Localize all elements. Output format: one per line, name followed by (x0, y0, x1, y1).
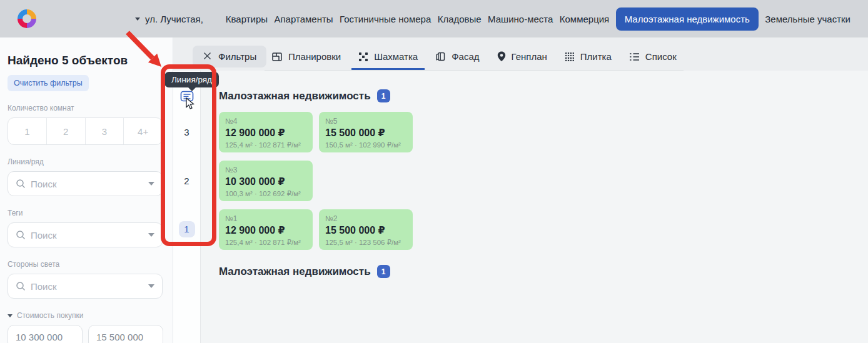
pin-icon (497, 51, 506, 62)
unit-card[interactable]: №310 300 000 ₽100,3 м² · 102 692 ₽/м² (219, 161, 313, 201)
room-option-button[interactable]: 4+ (123, 118, 162, 144)
chevron-down-icon (135, 17, 140, 21)
unit-card[interactable]: №515 500 000 ₽150,5 м² · 102 990 ₽/м² (319, 112, 413, 152)
nav-item[interactable]: Гостиничные номера (340, 14, 431, 24)
unit-number: №1 (225, 214, 306, 223)
nav-item[interactable]: Коммерция (560, 14, 609, 24)
unit-card[interactable]: №215 500 000 ₽125,5 м² · 123 506 ₽/м² (319, 209, 413, 250)
section-title: Малоэтажная недвижимость (219, 90, 371, 102)
unit-card[interactable]: №112 900 000 ₽125,4 м² · 102 871 ₽/м² (219, 209, 313, 250)
nav-item[interactable]: Апартаменты (274, 14, 333, 24)
tab-label: Плитка (580, 51, 612, 62)
filters-sidebar: Найдено 5 объектов Очистить фильтры Коли… (0, 37, 173, 343)
card-row: №112 900 000 ₽125,4 м² · 102 871 ₽/м²№21… (219, 209, 413, 250)
chessboard-content: 321 Малоэтажная недвижимость1№412 900 00… (173, 71, 868, 343)
list-icon (629, 52, 640, 61)
main-area: Фильтры ПланировкиШахматкаФасадГенпланПл… (173, 37, 868, 343)
card-row: №310 300 000 ₽100,3 м² · 102 692 ₽/м² (219, 161, 413, 201)
close-icon (203, 51, 212, 62)
select-placeholder: Поиск (31, 179, 148, 189)
chessboard-sections: Малоэтажная недвижимость1№412 900 000 ₽1… (219, 89, 413, 278)
checkerboard-icon (358, 52, 368, 62)
section-count-badge: 1 (377, 89, 390, 102)
room-option-button[interactable]: 1 (8, 118, 46, 144)
select-placeholder: Поиск (31, 230, 148, 241)
unit-number: №2 (325, 214, 406, 223)
unit-details: 125,4 м² · 102 871 ₽/м² (225, 141, 306, 149)
filter-search-select[interactable]: Поиск (8, 222, 163, 247)
nav-item[interactable]: Квартиры (226, 14, 268, 24)
top-bar: ул. Лучистая, КвартирыАпартаментыГостини… (0, 0, 868, 37)
filters-toggle-button[interactable]: Фильтры (193, 46, 266, 67)
room-option-button[interactable]: 3 (85, 118, 124, 144)
address-label: ул. Лучистая, (145, 14, 203, 24)
unit-number: №5 (325, 117, 406, 126)
filter-search-select[interactable]: Поиск (8, 274, 163, 299)
price-range-inputs (8, 325, 163, 343)
tab-label: Генплан (512, 51, 547, 62)
view-tab[interactable]: Плитка (558, 45, 618, 70)
price-section-label[interactable]: Стоимость покупки (8, 311, 163, 320)
nav-item[interactable]: Кладовые (438, 14, 482, 24)
view-tab[interactable]: Фасад (428, 45, 486, 70)
select-placeholder: Поиск (31, 281, 148, 292)
address-dropdown[interactable]: ул. Лучистая, (135, 14, 203, 24)
chevron-down-icon (148, 284, 154, 288)
price-max-input[interactable] (88, 325, 163, 343)
card-row: №412 900 000 ₽125,4 м² · 102 871 ₽/м²№51… (219, 112, 413, 152)
filter-label: Линия/ряд (8, 157, 163, 166)
section-count-badge: 1 (377, 265, 390, 278)
filter-label: Теги (8, 209, 163, 217)
chessboard-section: Малоэтажная недвижимость1№412 900 000 ₽1… (219, 89, 413, 250)
nav-item[interactable]: Земельные участки (765, 14, 850, 24)
view-tab[interactable]: Планировки (265, 45, 348, 70)
unit-details: 125,5 м² · 123 506 ₽/м² (325, 238, 406, 247)
view-tabs: ПланировкиШахматкаФасадГенпланПлиткаСпис… (265, 45, 684, 71)
collapse-triangle-icon (8, 314, 13, 317)
unit-price: 15 500 000 ₽ (325, 224, 406, 236)
chevron-down-icon (148, 182, 154, 186)
tab-label: Фасад (452, 51, 479, 62)
nav-item-active[interactable]: Малоэтажная недвижимость (616, 7, 759, 31)
unit-price: 10 300 000 ₽ (225, 176, 306, 187)
top-nav: КвартирыАпартаментыГостиничные номераКла… (226, 7, 850, 31)
floorplan-icon (271, 51, 283, 62)
row-label-selected[interactable]: 1 (173, 221, 200, 238)
filter-search-select[interactable]: Поиск (8, 171, 163, 196)
search-icon (16, 179, 26, 189)
unit-details: 100,3 м² · 102 692 ₽/м² (225, 189, 306, 198)
row-label[interactable]: 2 (173, 172, 200, 189)
rooms-segmented-control: 1234+ (8, 117, 163, 145)
unit-details: 125,4 м² · 102 871 ₽/м² (225, 238, 306, 247)
tab-label: Шахматка (374, 51, 418, 62)
price-min-input[interactable] (8, 325, 83, 343)
view-tab[interactable]: Список (622, 45, 684, 70)
unit-price: 12 900 000 ₽ (225, 224, 306, 236)
results-count-title: Найдено 5 объектов (8, 54, 163, 67)
chevron-down-icon (148, 233, 154, 237)
search-icon (16, 281, 26, 291)
unit-price: 12 900 000 ₽ (225, 127, 306, 139)
nav-item[interactable]: Машино-места (488, 14, 553, 24)
search-icon (16, 230, 26, 240)
unit-number: №3 (225, 166, 306, 174)
chessboard-section: Малоэтажная недвижимость1 (219, 265, 413, 278)
unit-number: №4 (225, 117, 306, 126)
row-number-gutter: 321 (173, 71, 201, 343)
tab-label: Список (645, 51, 677, 62)
rooms-label: Количество комнат (8, 104, 163, 112)
room-option-button[interactable]: 2 (46, 118, 85, 144)
unit-card[interactable]: №412 900 000 ₽125,4 м² · 102 871 ₽/м² (219, 112, 313, 152)
tab-label: Планировки (288, 51, 341, 62)
view-tab[interactable]: Генплан (490, 45, 554, 70)
view-tab[interactable]: Шахматка (351, 45, 425, 70)
app-logo[interactable] (18, 9, 36, 28)
unit-details: 150,5 м² · 102 990 ₽/м² (325, 141, 406, 149)
filter-label: Стороны света (8, 260, 163, 269)
clear-filters-button[interactable]: Очистить фильтры (8, 75, 89, 91)
rows-icon[interactable] (179, 90, 194, 105)
sidebar-filter-groups: Линия/рядПоискТегиПоискСтороны светаПоис… (8, 157, 163, 299)
section-title: Малоэтажная недвижимость (219, 266, 371, 278)
unit-price: 15 500 000 ₽ (325, 127, 406, 139)
row-label[interactable]: 3 (173, 123, 200, 141)
